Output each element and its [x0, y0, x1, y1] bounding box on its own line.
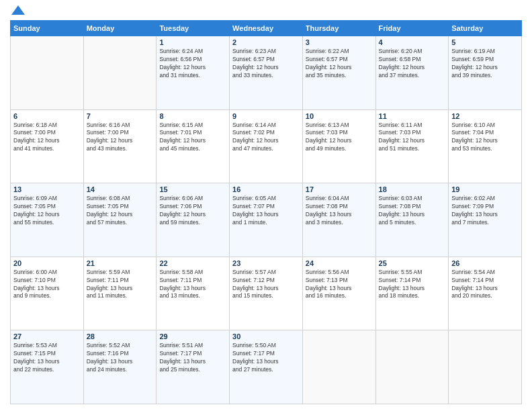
- weekday-header-thursday: Thursday: [302, 21, 375, 36]
- calendar-cell: 5Sunrise: 6:19 AM Sunset: 6:59 PM Daylig…: [449, 36, 522, 110]
- day-detail: Sunrise: 5:56 AM Sunset: 7:13 PM Dayligh…: [306, 269, 373, 301]
- day-number: 20: [13, 259, 81, 267]
- day-detail: Sunrise: 5:53 AM Sunset: 7:15 PM Dayligh…: [13, 342, 81, 374]
- day-number: 13: [13, 185, 81, 193]
- day-detail: Sunrise: 6:19 AM Sunset: 6:59 PM Dayligh…: [451, 48, 519, 80]
- day-number: 25: [379, 259, 446, 267]
- calendar-cell: 19Sunrise: 6:02 AM Sunset: 7:09 PM Dayli…: [449, 183, 522, 257]
- day-detail: Sunrise: 5:50 AM Sunset: 7:17 PM Dayligh…: [232, 342, 300, 374]
- day-detail: Sunrise: 5:52 AM Sunset: 7:16 PM Dayligh…: [87, 342, 154, 374]
- day-number: 17: [306, 185, 373, 193]
- calendar-cell: 26Sunrise: 5:54 AM Sunset: 7:14 PM Dayli…: [449, 257, 522, 330]
- calendar-cell: 4Sunrise: 6:20 AM Sunset: 6:58 PM Daylig…: [375, 36, 449, 110]
- logo: [10, 7, 25, 15]
- day-detail: Sunrise: 5:59 AM Sunset: 7:11 PM Dayligh…: [87, 269, 154, 301]
- day-number: 3: [306, 38, 373, 46]
- day-number: 21: [87, 259, 154, 267]
- calendar-week-row: 20Sunrise: 6:00 AM Sunset: 7:10 PM Dayli…: [11, 257, 522, 330]
- calendar-cell: 11Sunrise: 6:11 AM Sunset: 7:03 PM Dayli…: [375, 109, 449, 183]
- calendar-cell: 7Sunrise: 6:16 AM Sunset: 7:00 PM Daylig…: [83, 109, 157, 183]
- calendar-cell: 1Sunrise: 6:24 AM Sunset: 6:56 PM Daylig…: [157, 36, 230, 110]
- day-detail: Sunrise: 6:02 AM Sunset: 7:09 PM Dayligh…: [451, 195, 519, 227]
- day-number: 19: [451, 185, 519, 193]
- weekday-header-friday: Friday: [375, 21, 449, 36]
- calendar-cell: 29Sunrise: 5:51 AM Sunset: 7:17 PM Dayli…: [157, 330, 230, 404]
- day-number: 11: [379, 112, 446, 120]
- day-number: 9: [232, 112, 300, 120]
- calendar-cell: [375, 330, 449, 404]
- day-number: 7: [87, 112, 154, 120]
- day-number: 6: [13, 112, 81, 120]
- day-number: 5: [451, 38, 519, 46]
- page-container: SundayMondayTuesdayWednesdayThursdayFrid…: [0, 0, 532, 411]
- calendar-week-row: 13Sunrise: 6:09 AM Sunset: 7:05 PM Dayli…: [11, 183, 522, 257]
- day-detail: Sunrise: 6:15 AM Sunset: 7:01 PM Dayligh…: [159, 122, 226, 154]
- calendar-cell: 10Sunrise: 6:13 AM Sunset: 7:03 PM Dayli…: [302, 109, 375, 183]
- calendar-cell: 27Sunrise: 5:53 AM Sunset: 7:15 PM Dayli…: [11, 330, 84, 404]
- day-number: 29: [159, 332, 226, 340]
- calendar-cell: 12Sunrise: 6:10 AM Sunset: 7:04 PM Dayli…: [449, 109, 522, 183]
- calendar-week-row: 6Sunrise: 6:18 AM Sunset: 7:00 PM Daylig…: [11, 109, 522, 183]
- calendar-cell: 18Sunrise: 6:03 AM Sunset: 7:08 PM Dayli…: [375, 183, 449, 257]
- day-number: 24: [306, 259, 373, 267]
- calendar-cell: 30Sunrise: 5:50 AM Sunset: 7:17 PM Dayli…: [230, 330, 303, 404]
- logo-icon: [11, 5, 25, 15]
- day-detail: Sunrise: 6:24 AM Sunset: 6:56 PM Dayligh…: [159, 48, 226, 80]
- day-number: 27: [13, 332, 81, 340]
- day-detail: Sunrise: 6:03 AM Sunset: 7:08 PM Dayligh…: [379, 195, 446, 227]
- weekday-header-wednesday: Wednesday: [230, 21, 303, 36]
- day-number: 12: [451, 112, 519, 120]
- weekday-header-tuesday: Tuesday: [157, 21, 230, 36]
- day-detail: Sunrise: 5:51 AM Sunset: 7:17 PM Dayligh…: [159, 342, 226, 374]
- day-number: 26: [451, 259, 519, 267]
- day-number: 28: [87, 332, 154, 340]
- day-detail: Sunrise: 5:54 AM Sunset: 7:14 PM Dayligh…: [451, 269, 519, 301]
- calendar-cell: 6Sunrise: 6:18 AM Sunset: 7:00 PM Daylig…: [11, 109, 84, 183]
- day-number: 10: [306, 112, 373, 120]
- day-detail: Sunrise: 5:55 AM Sunset: 7:14 PM Dayligh…: [379, 269, 446, 301]
- calendar-cell: 23Sunrise: 5:57 AM Sunset: 7:12 PM Dayli…: [230, 257, 303, 330]
- calendar-cell: 8Sunrise: 6:15 AM Sunset: 7:01 PM Daylig…: [157, 109, 230, 183]
- day-detail: Sunrise: 5:58 AM Sunset: 7:11 PM Dayligh…: [159, 269, 226, 301]
- calendar-cell: 3Sunrise: 6:22 AM Sunset: 6:57 PM Daylig…: [302, 36, 375, 110]
- calendar-cell: 14Sunrise: 6:08 AM Sunset: 7:05 PM Dayli…: [83, 183, 157, 257]
- day-detail: Sunrise: 6:13 AM Sunset: 7:03 PM Dayligh…: [306, 122, 373, 154]
- day-detail: Sunrise: 6:20 AM Sunset: 6:58 PM Dayligh…: [379, 48, 446, 80]
- day-detail: Sunrise: 5:57 AM Sunset: 7:12 PM Dayligh…: [232, 269, 300, 301]
- day-detail: Sunrise: 6:00 AM Sunset: 7:10 PM Dayligh…: [13, 269, 81, 301]
- day-number: 23: [232, 259, 300, 267]
- calendar-cell: [302, 330, 375, 404]
- calendar-cell: [11, 36, 84, 110]
- calendar-cell: [449, 330, 522, 404]
- calendar-table: SundayMondayTuesdayWednesdayThursdayFrid…: [10, 20, 522, 404]
- calendar-cell: 13Sunrise: 6:09 AM Sunset: 7:05 PM Dayli…: [11, 183, 84, 257]
- day-detail: Sunrise: 6:16 AM Sunset: 7:00 PM Dayligh…: [87, 122, 154, 154]
- calendar-week-row: 1Sunrise: 6:24 AM Sunset: 6:56 PM Daylig…: [11, 36, 522, 110]
- calendar-cell: 24Sunrise: 5:56 AM Sunset: 7:13 PM Dayli…: [302, 257, 375, 330]
- calendar-cell: 17Sunrise: 6:04 AM Sunset: 7:08 PM Dayli…: [302, 183, 375, 257]
- day-number: 8: [159, 112, 226, 120]
- day-detail: Sunrise: 6:10 AM Sunset: 7:04 PM Dayligh…: [451, 122, 519, 154]
- day-number: 14: [87, 185, 154, 193]
- weekday-header-saturday: Saturday: [449, 21, 522, 36]
- day-number: 4: [379, 38, 446, 46]
- calendar-cell: 25Sunrise: 5:55 AM Sunset: 7:14 PM Dayli…: [375, 257, 449, 330]
- calendar-header-row: SundayMondayTuesdayWednesdayThursdayFrid…: [11, 21, 522, 36]
- weekday-header-sunday: Sunday: [11, 21, 84, 36]
- day-number: 2: [232, 38, 300, 46]
- calendar-cell: 16Sunrise: 6:05 AM Sunset: 7:07 PM Dayli…: [230, 183, 303, 257]
- day-number: 22: [159, 259, 226, 267]
- calendar-cell: 20Sunrise: 6:00 AM Sunset: 7:10 PM Dayli…: [11, 257, 84, 330]
- header: [10, 7, 522, 15]
- day-number: 15: [159, 185, 226, 193]
- calendar-cell: 22Sunrise: 5:58 AM Sunset: 7:11 PM Dayli…: [157, 257, 230, 330]
- weekday-header-monday: Monday: [83, 21, 157, 36]
- day-detail: Sunrise: 6:04 AM Sunset: 7:08 PM Dayligh…: [306, 195, 373, 227]
- day-detail: Sunrise: 6:08 AM Sunset: 7:05 PM Dayligh…: [87, 195, 154, 227]
- day-detail: Sunrise: 6:06 AM Sunset: 7:06 PM Dayligh…: [159, 195, 226, 227]
- day-detail: Sunrise: 6:05 AM Sunset: 7:07 PM Dayligh…: [232, 195, 300, 227]
- day-number: 1: [159, 38, 226, 46]
- day-detail: Sunrise: 6:22 AM Sunset: 6:57 PM Dayligh…: [306, 48, 373, 80]
- calendar-cell: 9Sunrise: 6:14 AM Sunset: 7:02 PM Daylig…: [230, 109, 303, 183]
- calendar-cell: 28Sunrise: 5:52 AM Sunset: 7:16 PM Dayli…: [83, 330, 157, 404]
